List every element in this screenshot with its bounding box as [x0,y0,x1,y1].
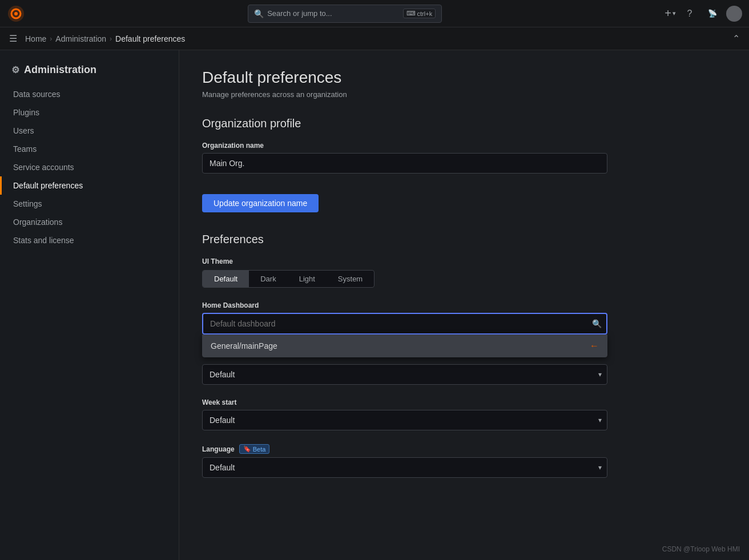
week-start-dropdown-wrap: Default ▾ [202,410,607,430]
svg-point-2 [14,12,18,15]
sidebar-item-plugins[interactable]: Plugins [0,103,179,122]
ui-theme-group: UI Theme Default Dark Light System [202,257,726,288]
theme-btn-dark[interactable]: Dark [249,271,287,287]
theme-btn-system[interactable]: System [327,271,374,287]
org-name-input[interactable] [202,153,607,174]
search-shortcut-kbd: ⌨ ctrl+k [403,9,436,18]
beta-badge: 🔖 Beta [239,444,270,454]
sidebar-item-data-sources[interactable]: Data sources [0,85,179,103]
breadcrumb-bar: ☰ Home › Administration › Default prefer… [0,27,749,50]
chevron-down-icon: ▾ [673,10,676,17]
sidebar-item-organizations[interactable]: Organizations [0,213,179,231]
help-button[interactable]: ? [680,5,699,23]
search-placeholder: Search or jump to... [267,9,399,18]
week-start-select[interactable]: Default [202,410,607,430]
plus-icon: + [665,7,671,20]
theme-toggle: Default Dark Light System [202,270,374,288]
language-dropdown-wrap: Default ▾ [202,457,607,478]
week-start-label: Week start [202,398,726,406]
home-dashboard-select[interactable]: Default [202,364,607,385]
help-icon: ? [687,9,692,19]
sidebar: ⚙ Administration Data sources Plugins Us… [0,50,179,560]
sidebar-item-users[interactable]: Users [0,122,179,140]
language-label: Language [202,445,235,453]
home-dashboard-label: Home Dashboard [202,301,726,309]
suggestion-general-mainpage[interactable]: General/mainPage ← [203,335,607,357]
sidebar-item-settings[interactable]: Settings [0,195,179,213]
language-label-row: Language 🔖 Beta [202,444,726,454]
search-icon: 🔍 [592,319,602,328]
org-name-label: Organization name [202,142,726,150]
org-name-group: Organization name [202,142,726,174]
breadcrumb-admin[interactable]: Administration [55,34,106,43]
home-dashboard-search-wrap: 🔍 General/mainPage ← [202,313,607,335]
sidebar-item-default-preferences[interactable]: Default preferences [0,176,179,195]
breadcrumb-current: Default preferences [115,34,185,43]
search-icon: 🔍 [254,9,264,18]
theme-btn-light[interactable]: Light [288,271,327,287]
add-menu-button[interactable]: + ▾ [665,7,676,20]
breadcrumb-sep-2: › [110,35,112,43]
app-logo[interactable] [7,5,25,23]
sidebar-item-stats-and-license[interactable]: Stats and license [0,231,179,249]
collapse-icon[interactable]: ⌃ [732,33,740,44]
suggestion-text: General/mainPage [211,341,277,350]
breadcrumb-sep-1: › [50,35,52,43]
dashboard-suggestions-dropdown: General/mainPage ← [202,335,607,357]
sidebar-title: ⚙ Administration [0,59,179,85]
arrow-right-icon: ← [590,341,599,351]
org-profile-title: Organization profile [202,117,726,130]
keyboard-icon: ⌨ [406,10,416,17]
page-title: Default preferences [202,69,726,87]
user-avatar[interactable] [726,6,742,22]
sidebar-item-service-accounts[interactable]: Service accounts [0,158,179,176]
home-dashboard-default-row: Default ▾ [202,364,607,385]
sidebar-item-teams[interactable]: Teams [0,140,179,158]
preferences-title: Preferences [202,233,726,246]
week-start-group: Week start Default ▾ [202,398,726,430]
rss-icon: 📡 [708,9,717,18]
home-dashboard-group: Home Dashboard 🔍 General/mainPage ← [202,301,726,385]
menu-icon[interactable]: ☰ [9,33,17,44]
main-layout: ⚙ Administration Data sources Plugins Us… [0,50,749,560]
home-dashboard-input[interactable] [202,313,607,335]
beta-icon: 🔖 [243,445,251,453]
language-group: Language 🔖 Beta Default ▾ [202,444,726,478]
topbar-actions: + ▾ ? 📡 [665,5,742,23]
page-subtitle: Manage preferences across an organizatio… [202,90,726,99]
home-dashboard-dropdown-wrap: Default ▾ [202,364,607,385]
global-search[interactable]: 🔍 Search or jump to... ⌨ ctrl+k [248,5,442,23]
preferences-section: Preferences UI Theme Default Dark Light … [202,233,726,478]
content-area: Default preferences Manage preferences a… [179,50,749,560]
ui-theme-label: UI Theme [202,257,726,265]
gear-icon: ⚙ [11,65,19,75]
breadcrumb-home[interactable]: Home [25,34,46,43]
update-org-name-button[interactable]: Update organization name [202,194,319,212]
topbar: 🔍 Search or jump to... ⌨ ctrl+k + ▾ ? 📡 [0,0,749,27]
news-button[interactable]: 📡 [703,5,722,23]
theme-btn-default[interactable]: Default [203,271,249,287]
language-select[interactable]: Default [202,457,607,478]
